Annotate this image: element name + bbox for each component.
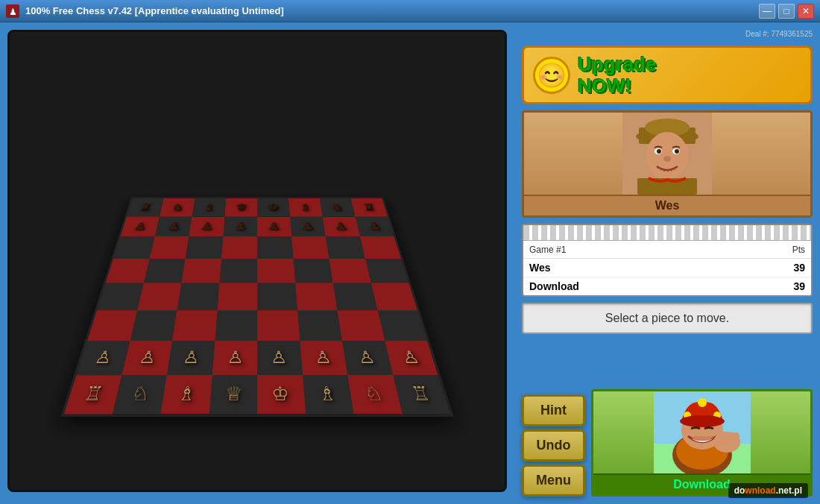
app-icon: ♟ bbox=[6, 4, 19, 18]
cell[interactable]: ♙ bbox=[212, 341, 257, 375]
score-wes-name: Wes bbox=[529, 262, 551, 274]
download-avatar-svg bbox=[654, 391, 751, 473]
hint-button[interactable]: Hint bbox=[522, 394, 585, 426]
cell[interactable]: ♗ bbox=[160, 375, 212, 414]
cell[interactable]: ♙ bbox=[167, 341, 215, 375]
cell[interactable] bbox=[137, 283, 182, 309]
cell[interactable] bbox=[360, 236, 401, 259]
cell[interactable]: ♟ bbox=[189, 216, 224, 236]
cell[interactable]: ♝ bbox=[192, 198, 226, 216]
cell[interactable] bbox=[291, 236, 329, 259]
cell[interactable] bbox=[365, 259, 409, 283]
window-controls: — □ ✕ bbox=[759, 4, 814, 19]
chess-piece: ♙ bbox=[400, 349, 421, 365]
cell[interactable] bbox=[257, 283, 297, 309]
chess-piece: ♙ bbox=[357, 349, 377, 365]
cell[interactable] bbox=[295, 283, 338, 309]
cell[interactable] bbox=[257, 310, 300, 341]
cell[interactable] bbox=[217, 283, 257, 309]
watermark: download.net.pl bbox=[728, 483, 808, 498]
cell[interactable] bbox=[257, 259, 295, 283]
chess-piece: ♘ bbox=[130, 385, 151, 404]
chess-grid[interactable]: ♜♞♝♛♚♝♞♜♟♟♟♟♟♟♟♟♙♙♙♙♙♙♙♙♖♘♗♕♔♗♘♖ bbox=[60, 197, 454, 417]
cell[interactable]: ♟ bbox=[154, 216, 192, 236]
cell[interactable]: ♝ bbox=[288, 198, 323, 216]
cell[interactable]: ♞ bbox=[320, 198, 356, 216]
cell[interactable] bbox=[87, 310, 137, 341]
cell[interactable]: ♙ bbox=[385, 341, 438, 375]
bottom-section: Hint Undo Menu bbox=[522, 340, 813, 497]
chess-piece: ♙ bbox=[227, 349, 244, 365]
cell[interactable]: ♘ bbox=[113, 375, 167, 414]
pts-label: Pts bbox=[792, 245, 805, 255]
svg-text:♟: ♟ bbox=[9, 7, 17, 17]
cell[interactable]: ♜ bbox=[127, 198, 164, 216]
cell[interactable] bbox=[257, 236, 293, 259]
cell[interactable]: ♟ bbox=[323, 216, 360, 236]
cell[interactable]: ♙ bbox=[76, 341, 130, 375]
chess-piece: ♟ bbox=[300, 221, 314, 231]
upgrade-banner[interactable]: 😊 Upgrade NOW! bbox=[522, 45, 813, 104]
cell[interactable] bbox=[370, 283, 417, 309]
cell[interactable]: ♔ bbox=[257, 375, 306, 414]
maximize-button[interactable]: □ bbox=[778, 4, 795, 19]
cell[interactable]: ♗ bbox=[303, 375, 354, 414]
chess-piece: ♟ bbox=[234, 221, 247, 231]
wes-avatar-image bbox=[524, 113, 810, 195]
wes-name: Wes bbox=[524, 195, 810, 215]
close-button[interactable]: ✕ bbox=[798, 4, 814, 19]
deal-info: Deal #: 7749361525 bbox=[522, 30, 813, 38]
cell[interactable] bbox=[130, 310, 177, 341]
cell[interactable]: ♟ bbox=[257, 216, 291, 236]
cell[interactable]: ♟ bbox=[223, 216, 257, 236]
cell[interactable]: ♙ bbox=[257, 341, 303, 375]
cell[interactable]: ♙ bbox=[300, 341, 347, 375]
cell[interactable] bbox=[172, 310, 217, 341]
cell[interactable]: ♟ bbox=[120, 216, 159, 236]
undo-button[interactable]: Undo bbox=[522, 429, 585, 462]
chess-piece: ♟ bbox=[166, 221, 181, 231]
player-avatar-download[interactable]: Download bbox=[591, 389, 813, 497]
cell[interactable]: ♛ bbox=[224, 198, 257, 216]
cell[interactable] bbox=[326, 236, 365, 259]
svg-point-11 bbox=[663, 156, 671, 162]
cell[interactable] bbox=[144, 259, 186, 283]
cell[interactable] bbox=[219, 259, 257, 283]
title-bar-left: ♟ 100% Free Chess v7.42 [Apprentice eval… bbox=[6, 4, 284, 18]
chess-piece: ♕ bbox=[224, 385, 243, 404]
cell[interactable]: ♚ bbox=[257, 198, 290, 216]
cell[interactable] bbox=[297, 310, 342, 341]
cell[interactable]: ♜ bbox=[350, 198, 388, 216]
minimize-button[interactable]: — bbox=[759, 4, 775, 19]
cell[interactable] bbox=[215, 310, 257, 341]
chess-piece: ♙ bbox=[182, 349, 201, 365]
chess-piece: ♙ bbox=[271, 349, 288, 365]
cell[interactable] bbox=[293, 259, 332, 283]
cell[interactable]: ♙ bbox=[122, 341, 172, 375]
cell[interactable]: ♟ bbox=[290, 216, 326, 236]
cell[interactable]: ♞ bbox=[160, 198, 195, 216]
chess-piece: ♛ bbox=[235, 203, 247, 212]
cell[interactable]: ♖ bbox=[393, 375, 450, 414]
cell[interactable] bbox=[97, 283, 143, 309]
cell[interactable] bbox=[329, 259, 370, 283]
cell[interactable] bbox=[149, 236, 189, 259]
cell[interactable] bbox=[337, 310, 384, 341]
cell[interactable] bbox=[106, 259, 150, 283]
chess-piece: ♟ bbox=[133, 221, 148, 231]
cell[interactable] bbox=[177, 283, 220, 309]
cell[interactable]: ♟ bbox=[355, 216, 394, 236]
score-row-wes: Wes 39 bbox=[523, 259, 811, 277]
chess-piece: ♘ bbox=[363, 385, 385, 404]
menu-button[interactable]: Menu bbox=[522, 464, 585, 497]
cell[interactable] bbox=[333, 283, 378, 309]
cell[interactable]: ♕ bbox=[209, 375, 257, 414]
watermark-prefix: do bbox=[734, 485, 745, 496]
cell[interactable] bbox=[181, 259, 221, 283]
cell[interactable] bbox=[186, 236, 224, 259]
chess-piece: ♗ bbox=[177, 385, 197, 404]
cell[interactable] bbox=[377, 310, 427, 341]
cell[interactable] bbox=[113, 236, 154, 259]
score-header: Game #1 Pts bbox=[523, 242, 811, 259]
cell[interactable] bbox=[221, 236, 257, 259]
